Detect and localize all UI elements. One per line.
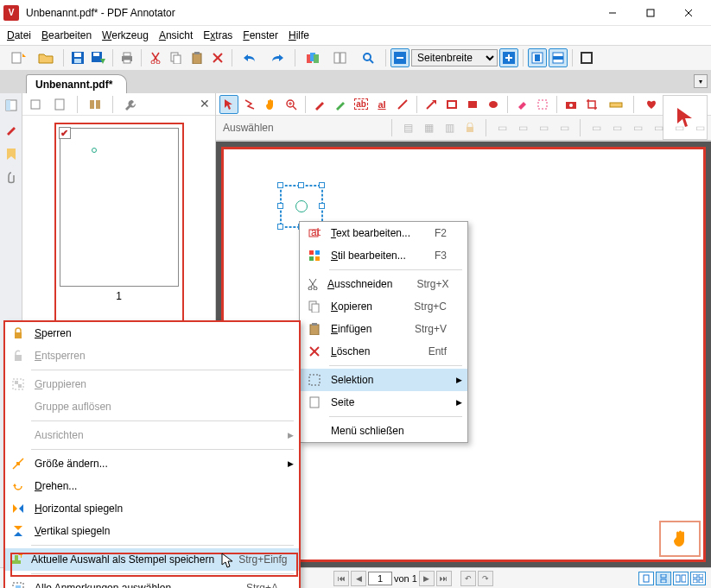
ctx-selection[interactable]: Selektion▶ — [300, 369, 467, 391]
group-b-icon[interactable]: ▭ — [515, 120, 530, 136]
maximize-button[interactable] — [632, 1, 670, 25]
paste-button[interactable] — [187, 48, 206, 67]
sub-select-all[interactable]: Alle Anmerkungen auswählenStrg+A — [5, 577, 299, 588]
panel-attachments-icon[interactable] — [3, 169, 20, 187]
align-right-icon[interactable]: ▥ — [441, 120, 457, 136]
sidepanel-select-button[interactable] — [26, 95, 45, 114]
close-button[interactable] — [670, 1, 708, 25]
view-two-page-button[interactable] — [673, 572, 689, 585]
cut-button[interactable] — [146, 48, 165, 67]
save-button[interactable] — [68, 48, 87, 67]
sidepanel-page-button[interactable] — [47, 95, 73, 114]
sub-rotate[interactable]: Drehen... — [5, 475, 299, 497]
text-tool-icon[interactable]: ab — [352, 95, 371, 114]
tabstrip-menu-button[interactable]: ▾ — [694, 74, 708, 88]
eraser-tool-icon[interactable] — [512, 95, 531, 114]
marker-tool-icon[interactable] — [331, 95, 350, 114]
menu-view[interactable]: Ansicht — [159, 29, 193, 41]
print-button[interactable] — [117, 48, 136, 67]
group-c-icon[interactable]: ▭ — [536, 120, 551, 136]
dist-c-icon[interactable]: ▭ — [630, 120, 645, 136]
menu-help[interactable]: Hilfe — [289, 29, 309, 41]
hand-mode-button[interactable] — [659, 521, 701, 557]
dist-b-icon[interactable]: ▭ — [609, 120, 625, 136]
panel-bookmarks-icon[interactable] — [3, 145, 20, 162]
eraser-area-icon[interactable] — [533, 95, 552, 114]
save-as-button[interactable] — [89, 48, 108, 67]
sidepanel-close-icon[interactable]: ✕ — [200, 97, 210, 111]
sub-resize[interactable]: Größe ändern...▶ — [5, 452, 299, 475]
snapshot-tool-icon[interactable] — [562, 95, 581, 114]
zoom-in-button[interactable] — [499, 48, 518, 67]
menu-edit[interactable]: Bearbeiten — [41, 29, 92, 41]
rect-tool-icon[interactable] — [442, 95, 461, 114]
view-two-cont-button[interactable] — [690, 572, 706, 585]
fit-width-button[interactable] — [549, 48, 568, 67]
ctx-edit-text[interactable]: ab Text bearbeiten...F2 — [300, 222, 467, 244]
dist-e-icon[interactable]: ▭ — [671, 120, 687, 136]
sub-flipv[interactable]: Vertikal spiegeln — [5, 520, 299, 542]
new-button[interactable] — [5, 48, 31, 67]
lock-icon[interactable] — [462, 120, 478, 136]
fit-page-button[interactable] — [528, 48, 547, 67]
sidepanel-tools-button[interactable] — [117, 95, 143, 114]
sub-save-as-stamp[interactable]: + Aktuelle Auswahl als Stempel speichern… — [5, 548, 299, 571]
page-first-button[interactable]: ⏮ — [333, 571, 349, 586]
ctx-edit-style[interactable]: Stil bearbeiten...F3 — [300, 244, 467, 267]
group-d-icon[interactable]: ▭ — [556, 120, 572, 136]
zoom-tool-icon[interactable] — [282, 95, 301, 114]
rect-fill-tool-icon[interactable] — [463, 95, 482, 114]
document-tab[interactable]: Unbenannt.pdf* — [26, 74, 127, 93]
annotations-button[interactable] — [327, 48, 353, 67]
dist-d-icon[interactable]: ▭ — [651, 120, 666, 136]
ctx-cut[interactable]: AusschneidenStrg+X — [300, 273, 467, 295]
lasso-tool-icon[interactable] — [240, 95, 259, 114]
measure-tool-icon[interactable] — [603, 95, 629, 114]
sub-fliph[interactable]: Horizontal spiegeln — [5, 497, 299, 520]
align-left-icon[interactable]: ▤ — [400, 120, 416, 136]
undo-button[interactable] — [237, 48, 263, 67]
page-prev-button[interactable]: ◀ — [351, 571, 366, 586]
nav-fwd-button[interactable]: ↷ — [478, 571, 493, 586]
menu-extras[interactable]: Extras — [203, 29, 232, 41]
menu-tool[interactable]: Werkzeug — [102, 29, 149, 41]
crop-tool-icon[interactable] — [582, 95, 601, 114]
line-tool-icon[interactable] — [393, 95, 412, 114]
ctx-close-menu[interactable]: Menü schließen — [300, 420, 467, 442]
search-button[interactable] — [355, 48, 381, 67]
pan-tool-icon[interactable] — [261, 95, 280, 114]
panel-pen-icon[interactable] — [3, 121, 20, 138]
underline-tool-icon[interactable]: aI — [372, 95, 391, 114]
favorite-tool-icon[interactable] — [638, 95, 664, 114]
select-tool-icon[interactable] — [219, 95, 238, 114]
sub-lock[interactable]: Sperren — [5, 322, 299, 345]
nav-back-button[interactable]: ↶ — [460, 571, 476, 586]
page-last-button[interactable]: ⏭ — [436, 571, 452, 586]
dist-a-icon[interactable]: ▭ — [588, 120, 604, 136]
page-next-button[interactable]: ▶ — [419, 571, 435, 586]
delete-button[interactable] — [208, 48, 227, 67]
open-button[interactable] — [33, 48, 59, 67]
menu-window[interactable]: Fenster — [243, 29, 278, 41]
view-single-button[interactable] — [638, 572, 654, 585]
fullscreen-button[interactable] — [577, 48, 596, 67]
page-input[interactable] — [368, 572, 392, 585]
ctx-paste[interactable]: EinfügenStrg+V — [300, 318, 467, 340]
pen-tool-icon[interactable] — [310, 95, 329, 114]
ellipse-tool-icon[interactable] — [484, 95, 503, 114]
minimize-button[interactable] — [594, 1, 632, 25]
redo-button[interactable] — [264, 48, 290, 67]
menu-file[interactable]: Datei — [7, 29, 31, 41]
thumbnail-checkbox-icon[interactable]: ✔ — [59, 127, 71, 139]
ctx-page[interactable]: Seite▶ — [300, 391, 467, 414]
group-a-icon[interactable]: ▭ — [494, 120, 510, 136]
ctx-delete[interactable]: LöschenEntf — [300, 340, 467, 363]
zoom-mode-select[interactable]: Seitenbreite — [411, 49, 498, 66]
sidepanel-view-button[interactable] — [82, 95, 108, 114]
stamp-group-button[interactable] — [300, 48, 326, 67]
copy-button[interactable] — [167, 48, 186, 67]
view-continuous-button[interactable] — [656, 572, 671, 585]
align-center-icon[interactable]: ▦ — [421, 120, 436, 136]
ctx-copy[interactable]: KopierenStrg+C — [300, 295, 467, 318]
arrow-tool-icon[interactable] — [422, 95, 441, 114]
